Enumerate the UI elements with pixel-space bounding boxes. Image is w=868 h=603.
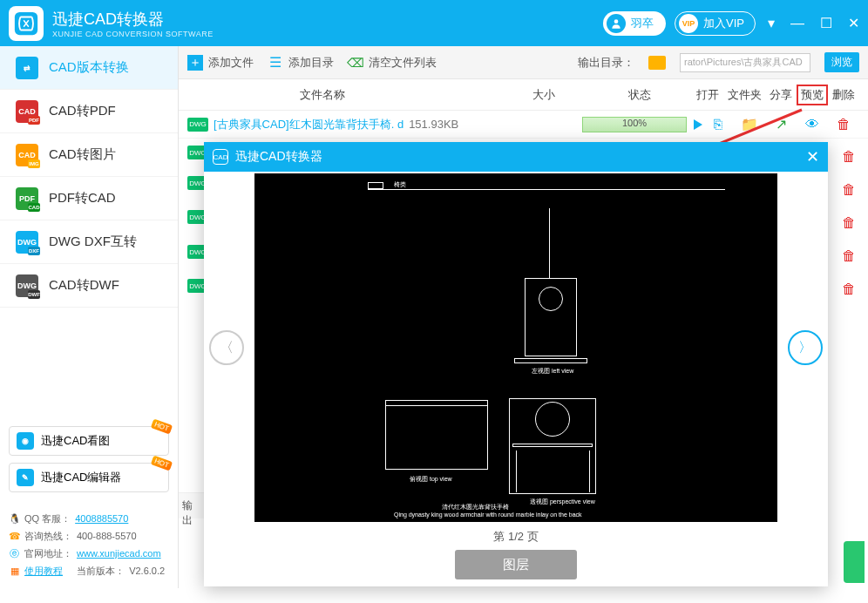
- sidebar: ⇄ CAD版本转换 CADPDF CAD转PDF CADIMG CAD转图片 P…: [0, 46, 179, 588]
- dwg-badge: DWG: [187, 118, 208, 132]
- nav-cad-pdf[interactable]: CADPDF CAD转PDF: [0, 90, 178, 133]
- app-logo: [9, 6, 44, 41]
- convert-button-edge[interactable]: [844, 541, 865, 583]
- preview-body: 〈 椅类 左视图 left view 俯视图 top view 透视图 pers…: [204, 172, 828, 524]
- play-icon[interactable]: [694, 119, 702, 130]
- site-link[interactable]: www.xunjiecad.com: [77, 545, 161, 562]
- row-delete-column: 🗑 🗑 🗑 🗑 🗑: [842, 149, 856, 297]
- preview-modal: CAD 迅捷CAD转换器 ✕ 〈 椅类 左视图 left view: [204, 142, 828, 586]
- layer-button[interactable]: 图层: [455, 550, 577, 579]
- col-folder[interactable]: 文件夹: [723, 87, 765, 103]
- col-preview[interactable]: 预览: [797, 85, 828, 105]
- promo-editor[interactable]: ✎ 迅捷CAD编辑器 HOT: [9, 463, 169, 492]
- app-subtitle: XUNJIE CAD CONVERSION SOFTWARE: [52, 30, 603, 38]
- cad-persp-view-label: 透视图 perspective view: [530, 498, 595, 506]
- clear-list-button[interactable]: ⌫ 清空文件列表: [348, 55, 437, 71]
- titlebar: 迅捷CAD转换器 XUNJIE CAD CONVERSION SOFTWARE …: [0, 0, 868, 46]
- file-size: 151.93KB: [409, 118, 458, 131]
- add-file-icon: ＋: [187, 55, 203, 71]
- close-icon[interactable]: ✕: [848, 15, 859, 31]
- clear-label: 清空文件列表: [369, 55, 437, 71]
- cad-image-icon: CADIMG: [16, 144, 38, 166]
- cad-version-icon: ⇄: [16, 57, 38, 79]
- col-size: 大小: [500, 87, 587, 103]
- nav-cad-dwf[interactable]: DWGDWF CAD转DWF: [0, 264, 178, 308]
- viewer-icon: ◉: [17, 432, 34, 450]
- preview-logo-icon: CAD: [213, 149, 228, 165]
- open-file-icon[interactable]: ⎘: [702, 117, 734, 132]
- nav-label: DWG DXF互转: [49, 234, 137, 250]
- pdf-cad-icon: PDFCAD: [16, 187, 38, 210]
- delete-icon[interactable]: 🗑: [842, 149, 856, 165]
- minimize-icon[interactable]: —: [790, 16, 804, 31]
- delete-icon[interactable]: 🗑: [842, 215, 856, 231]
- preview-eye-icon[interactable]: 👁: [797, 117, 828, 132]
- column-header: 文件名称 大小 状态 打开 文件夹 分享 预览 删除: [179, 79, 868, 111]
- delete-icon[interactable]: 🗑: [842, 281, 856, 297]
- col-open[interactable]: 打开: [692, 87, 723, 103]
- clear-icon: ⌫: [348, 55, 363, 71]
- user-name: 羽卒: [631, 16, 654, 31]
- delete-icon[interactable]: 🗑: [842, 182, 856, 198]
- output-dir-label: 输出目录：: [578, 55, 634, 71]
- col-name: 文件名称: [214, 87, 500, 103]
- ver-label: 当前版本：: [77, 562, 125, 579]
- nav-label: PDF转CAD: [49, 190, 116, 207]
- globe-icon: ⓔ: [9, 548, 20, 559]
- user-avatar-icon: [607, 14, 626, 33]
- add-dir-icon: ☰: [268, 55, 283, 71]
- cad-dwf-icon: DWGDWF: [16, 274, 38, 297]
- nav-cad-image[interactable]: CADIMG CAD转图片: [0, 133, 178, 177]
- vip-label: 加入VIP: [703, 16, 744, 31]
- hot-badge: HOT: [151, 418, 173, 434]
- add-file-button[interactable]: ＋ 添加文件: [187, 55, 254, 71]
- editor-icon: ✎: [17, 469, 34, 486]
- preview-close-icon[interactable]: ✕: [806, 147, 819, 166]
- nav-dwg-dxf[interactable]: DWGDXF DWG DXF互转: [0, 220, 178, 264]
- promo-label: 迅捷CAD编辑器: [41, 470, 121, 485]
- file-name: [古典家具CAD]红木圆光靠背扶手椅. d: [214, 117, 403, 132]
- col-status: 状态: [587, 87, 692, 103]
- progress-bar: 100%: [582, 117, 687, 132]
- cad-canvas[interactable]: 椅类 左视图 left view 俯视图 top view 透视图 perspe…: [254, 173, 777, 522]
- delete-icon[interactable]: 🗑: [828, 117, 859, 132]
- open-folder-icon[interactable]: 📁: [734, 116, 765, 132]
- col-delete[interactable]: 删除: [828, 87, 859, 103]
- svg-point-1: [614, 19, 619, 24]
- preview-titlebar: CAD 迅捷CAD转换器 ✕: [204, 142, 828, 172]
- prev-page-button[interactable]: 〈: [209, 330, 244, 365]
- menu-dropdown-icon[interactable]: ▾: [768, 15, 775, 31]
- tutorial-link[interactable]: 使用教程: [24, 562, 63, 579]
- maximize-icon[interactable]: ☐: [820, 15, 832, 31]
- cad-caption: Qing dynasty king wood armchair with rou…: [394, 512, 582, 518]
- share-icon[interactable]: ↗: [765, 116, 797, 132]
- qq-link[interactable]: 4008885570: [75, 510, 128, 527]
- promo-viewer[interactable]: ◉ 迅捷CAD看图 HOT: [9, 426, 169, 456]
- nav-pdf-cad[interactable]: PDFCAD PDF转CAD: [0, 177, 178, 220]
- site-label: 官网地址：: [24, 545, 72, 562]
- hotline-label: 咨询热线：: [24, 527, 72, 545]
- col-share[interactable]: 分享: [765, 87, 797, 103]
- window-controls: ▾ — ☐ ✕: [768, 15, 859, 31]
- nav-label: CAD版本转换: [49, 59, 129, 76]
- file-row[interactable]: DWG [古典家具CAD]红木圆光靠背扶手椅. d 151.93KB 100% …: [179, 111, 868, 139]
- nav-label: CAD转图片: [49, 146, 116, 163]
- cad-pdf-icon: CADPDF: [16, 100, 38, 123]
- cad-top-view-label: 俯视图 top view: [410, 475, 452, 484]
- browse-button[interactable]: 浏览: [824, 52, 859, 72]
- book-icon: ▦: [9, 566, 20, 577]
- add-dir-button[interactable]: ☰ 添加目录: [268, 55, 334, 71]
- preview-title: 迅捷CAD转换器: [235, 149, 322, 165]
- folder-icon[interactable]: [648, 56, 666, 70]
- nav-label: CAD转PDF: [49, 103, 116, 119]
- cad-left-view-label: 左视图 left view: [532, 367, 573, 376]
- next-page-button[interactable]: 〉: [788, 330, 823, 365]
- delete-icon[interactable]: 🗑: [842, 248, 856, 264]
- cad-caption-cn: 清代红木圆光靠背扶手椅: [442, 503, 509, 512]
- cad-label: 椅类: [394, 180, 406, 189]
- output-path-input[interactable]: [680, 53, 810, 72]
- ver-val: V2.6.0.2: [129, 562, 165, 579]
- nav-cad-version[interactable]: ⇄ CAD版本转换: [0, 46, 178, 90]
- vip-button[interactable]: VIP 加入VIP: [675, 11, 756, 36]
- user-pill[interactable]: 羽卒: [603, 11, 666, 36]
